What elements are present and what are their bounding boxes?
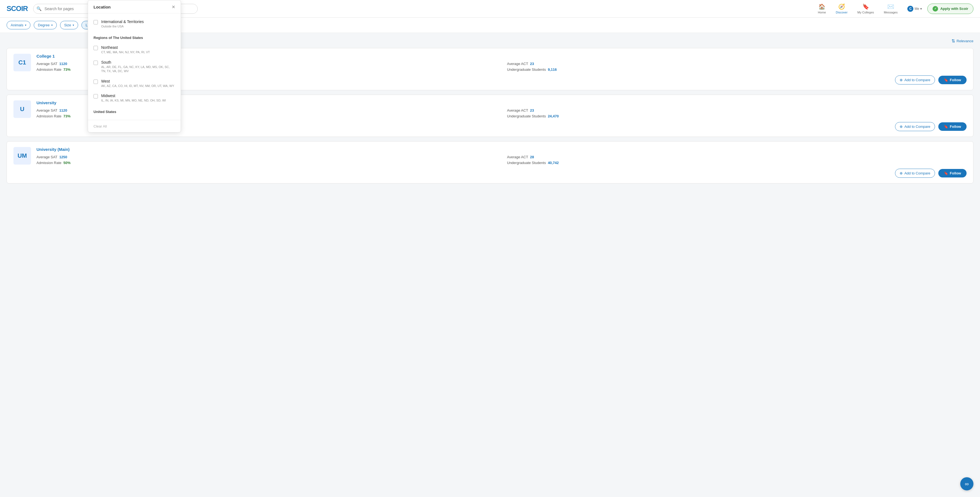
help-icon: ∞: [965, 481, 969, 487]
international-subtitle: Outside the USA: [101, 24, 175, 29]
bookmark-icon-2: 🔖: [944, 124, 948, 129]
nav-home[interactable]: 🏠 Home: [818, 3, 826, 14]
act-label-2: Average ACT: [507, 108, 528, 113]
international-title: International & Territories: [101, 19, 175, 24]
sat-label-2: Average SAT: [37, 108, 57, 113]
nav-items: 🏠 Home 🧭 Discover 🔖 My Colleges ✉️ Messa…: [818, 3, 922, 14]
admission-label-3: Admission Rate: [37, 161, 61, 165]
south-states: AL, AR, DE, FL, GA, NC, KY, LA, MD, MS, …: [101, 65, 175, 73]
bookmark-icon-1: 🔖: [944, 78, 948, 82]
undergrad-value-1: 9,116: [548, 67, 557, 72]
nav-my-colleges-label: My Colleges: [858, 11, 874, 14]
act-value-1: 23: [530, 62, 534, 66]
nav-home-label: Home: [818, 11, 826, 14]
apply-icon: ✓: [932, 6, 938, 11]
sat-stat-3: Average SAT 1250: [37, 155, 496, 159]
filter-size-label: Size: [64, 23, 71, 27]
follow-label-3: Follow: [950, 171, 961, 175]
college-logo-3: UM: [13, 147, 31, 164]
add-compare-button-2[interactable]: ⊕ Add to Compare: [895, 122, 935, 131]
undergrad-label-2: Undergraduate Students: [507, 114, 546, 118]
act-label-1: Average ACT: [507, 62, 528, 66]
nav-messages[interactable]: ✉️ Messages: [884, 3, 897, 14]
apply-label: Apply with Scoir: [940, 6, 968, 11]
clear-all-button[interactable]: Clear All: [94, 124, 107, 128]
add-compare-button-1[interactable]: ⊕ Add to Compare: [895, 75, 935, 84]
sat-value-1: 1120: [59, 62, 67, 66]
close-dropdown-button[interactable]: ✕: [172, 5, 175, 10]
northeast-checkbox[interactable]: [94, 46, 98, 50]
northeast-states: CT, ME, MA, NH, NJ, NY, PA, RI, VT: [101, 50, 175, 54]
follow-label-2: Follow: [950, 124, 961, 129]
college-logo-2: U: [13, 100, 31, 118]
admission-value-3: 50%: [63, 161, 70, 165]
follow-button-1[interactable]: 🔖 Follow: [938, 76, 967, 84]
northeast-title: Northeast: [101, 45, 175, 49]
add-compare-button-3[interactable]: ⊕ Add to Compare: [895, 169, 935, 178]
nav-my-colleges[interactable]: 🔖 My Colleges: [858, 3, 874, 14]
college-card-3: UM University (Main) Average SAT 1250 Av…: [6, 141, 974, 183]
west-states: AK, AZ, CA, CO, HI, ID, MT, NV, NM, OR, …: [101, 84, 175, 88]
act-stat-3: Average ACT 28: [507, 155, 967, 159]
international-checkbox[interactable]: [94, 20, 98, 24]
add-compare-label-1: Add to Compare: [904, 78, 931, 82]
admission-stat-3: Admission Rate 50%: [37, 161, 496, 165]
midwest-checkbox[interactable]: [94, 94, 98, 99]
follow-button-3[interactable]: 🔖 Follow: [938, 169, 967, 177]
follow-button-2[interactable]: 🔖 Follow: [938, 122, 967, 131]
admission-label-1: Admission Rate: [37, 67, 61, 72]
dropdown-title: Location: [94, 5, 111, 10]
admission-label-2: Admission Rate: [37, 114, 61, 118]
me-chevron-icon: ▾: [920, 7, 922, 11]
south-checkbox[interactable]: [94, 61, 98, 65]
west-checkbox[interactable]: [94, 80, 98, 84]
filter-size[interactable]: Size ▾: [60, 21, 78, 29]
option-west[interactable]: West AK, AZ, CA, CO, HI, ID, MT, NV, NM,…: [94, 76, 175, 91]
undergrad-stat-3: Undergraduate Students 40,742: [507, 161, 967, 165]
admission-value-1: 73%: [63, 67, 70, 72]
help-button[interactable]: ∞: [960, 477, 974, 491]
filter-degree[interactable]: Degree ▾: [34, 21, 57, 29]
nav-me-label: Me: [915, 7, 919, 11]
option-northeast[interactable]: Northeast CT, ME, MA, NH, NJ, NY, PA, RI…: [94, 43, 175, 57]
degree-chevron-icon: ▾: [51, 24, 52, 27]
nav-discover[interactable]: 🧭 Discover: [836, 3, 848, 14]
act-value-3: 28: [530, 155, 534, 159]
logo[interactable]: SCOIR: [6, 5, 28, 13]
admission-value-2: 73%: [63, 114, 70, 118]
sat-value-2: 1120: [59, 108, 67, 113]
my-colleges-icon: 🔖: [862, 3, 869, 10]
midwest-title: Midwest: [101, 94, 175, 98]
college-name-3[interactable]: University (Main): [37, 147, 967, 152]
sat-value-3: 1250: [59, 155, 67, 159]
size-chevron-icon: ▾: [73, 24, 74, 27]
nav-me[interactable]: C Me ▾: [907, 6, 922, 12]
regions-section-label: Regions of The United States: [94, 36, 175, 40]
dropdown-header: Location ✕: [88, 0, 181, 13]
dropdown-body: International & Territories Outside the …: [88, 13, 181, 120]
south-title: South: [101, 60, 175, 64]
option-international[interactable]: International & Territories Outside the …: [94, 17, 175, 31]
undergrad-label-1: Undergraduate Students: [507, 67, 546, 72]
act-label-3: Average ACT: [507, 155, 528, 159]
plus-icon-2: ⊕: [900, 124, 903, 129]
location-dropdown: Location ✕ International & Territories O…: [88, 0, 181, 132]
act-value-2: 23: [530, 108, 534, 113]
apply-button[interactable]: ✓ Apply with Scoir: [928, 3, 974, 14]
sort-control[interactable]: ⇅ Relevance: [951, 38, 974, 44]
nav-discover-label: Discover: [836, 11, 848, 14]
dropdown-footer: Clear All: [88, 120, 181, 132]
search-icon: 🔍: [37, 6, 42, 11]
plus-icon-1: ⊕: [900, 78, 903, 82]
filter-animals[interactable]: Animals ▾: [6, 21, 30, 29]
add-compare-label-2: Add to Compare: [904, 124, 931, 129]
bookmark-icon-3: 🔖: [944, 171, 948, 175]
act-stat-2: Average ACT 23: [507, 108, 967, 113]
undergrad-stat-1: Undergraduate Students 9,116: [507, 67, 967, 72]
messages-icon: ✉️: [887, 3, 894, 10]
option-south[interactable]: South AL, AR, DE, FL, GA, NC, KY, LA, MD…: [94, 57, 175, 76]
option-midwest[interactable]: Midwest IL, IN, IA, KS, MI, MN, MO, NE, …: [94, 91, 175, 105]
undergrad-label-3: Undergraduate Students: [507, 161, 546, 165]
animals-chevron-icon: ▾: [25, 24, 26, 27]
sort-label: Relevance: [957, 39, 974, 43]
